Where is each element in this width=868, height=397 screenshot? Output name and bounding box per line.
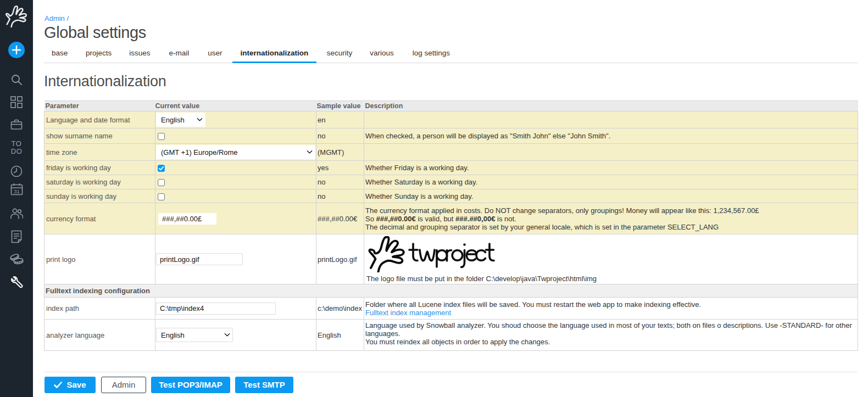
svg-text:31: 31 xyxy=(14,188,20,194)
